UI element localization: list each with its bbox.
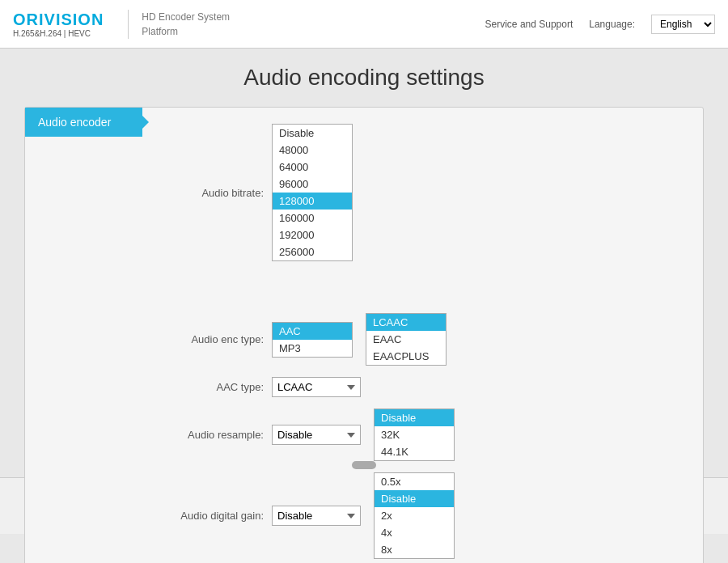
dropdown-enc-type[interactable]: AAC MP3 (272, 322, 353, 358)
select-aac-type[interactable]: LCAAC EAAC EAACPLUS (272, 377, 361, 397)
form-row-gain: Audio digital gain: Disable 0.5x 2x 4x 8… (159, 472, 687, 559)
label-audio-resample: Audio resample: (159, 429, 272, 441)
form-row-aac-type: AAC type: LCAAC EAAC EAACPLUS (159, 377, 687, 397)
language-select[interactable]: English Chinese (651, 15, 715, 34)
dd-bitrate-96000[interactable]: 96000 (273, 176, 352, 193)
label-audio-digital-gain: Audio digital gain: (159, 510, 272, 522)
form-row-resample: Audio resample: Disable 32K 44.1K Disabl… (159, 408, 687, 461)
dd-gain-disable[interactable]: Disable (375, 490, 454, 507)
scroll-indicator (352, 461, 376, 469)
dropdown-gain[interactable]: 0.5x Disable 2x 4x 8x (374, 472, 455, 559)
dd-resample-32k[interactable]: 32K (375, 426, 454, 443)
dd-aactype-eaac[interactable]: EAAC (366, 331, 446, 348)
header-title-line1: HD Encoder System (142, 10, 230, 24)
label-audio-bitrate: Audio bitrate: (159, 187, 272, 199)
header: ORIVISION H.265&H.264 | HEVC HD Encoder … (0, 0, 728, 49)
select-audio-gain[interactable]: Disable 0.5x 2x 4x 8x (272, 506, 361, 526)
dd-enctype-mp3[interactable]: MP3 (273, 340, 352, 357)
logo-sub: H.265&H.264 | HEVC (13, 29, 104, 38)
dd-gain-2x[interactable]: 2x (375, 507, 454, 524)
dd-bitrate-256000[interactable]: 256000 (273, 243, 352, 260)
dd-bitrate-disable[interactable]: Disable (273, 125, 352, 142)
dd-gain-05x[interactable]: 0.5x (375, 473, 454, 490)
dd-resample-disable[interactable]: Disable (375, 409, 454, 426)
dd-bitrate-192000[interactable]: 192000 (273, 226, 352, 243)
service-support-link[interactable]: Service and Support (485, 19, 574, 30)
dd-aactype-lcaac[interactable]: LCAAC (366, 314, 446, 331)
form-area: Audio bitrate: Disable 48000 64000 96000… (142, 108, 703, 563)
form-row-bitrate: Audio bitrate: Disable 48000 64000 96000… (159, 124, 687, 261)
language-label: Language: (589, 19, 635, 30)
dd-resample-441k[interactable]: 44.1K (375, 443, 454, 460)
dropdown-aac-type[interactable]: LCAAC EAAC EAACPLUS (366, 313, 447, 366)
header-right: Service and Support Language: English Ch… (485, 15, 715, 34)
dd-gain-4x[interactable]: 4x (375, 524, 454, 541)
header-title: HD Encoder System Platform (128, 10, 230, 39)
content-panel: Audio encoder Audio bitrate: Disable 480… (24, 107, 704, 563)
dd-bitrate-128000[interactable]: 128000 (273, 193, 352, 210)
sidebar-item-audio-encoder[interactable]: Audio encoder (25, 108, 142, 137)
main-content: Audio encoding settings Audio encoder Au… (0, 49, 728, 477)
dd-bitrate-160000[interactable]: 160000 (273, 210, 352, 226)
form-row-enc-type: Audio enc type: AAC MP3 LCAAC EAAC EAACP… (159, 313, 687, 366)
label-aac-type: AAC type: (159, 381, 272, 393)
dd-aactype-eaacplus[interactable]: EAACPLUS (366, 348, 446, 365)
header-title-line2: Platform (142, 24, 230, 39)
dropdown-resample[interactable]: Disable 32K 44.1K (374, 408, 455, 461)
label-audio-enc-type: Audio enc type: (159, 333, 272, 345)
dd-enctype-aac[interactable]: AAC (273, 323, 352, 340)
sidebar: Audio encoder (25, 108, 142, 563)
logo-main: ORIVISION (13, 11, 104, 29)
select-audio-resample[interactable]: Disable 32K 44.1K (272, 425, 361, 445)
dd-gain-8x[interactable]: 8x (375, 541, 454, 558)
page-title: Audio encoding settings (24, 65, 704, 91)
logo-area: ORIVISION H.265&H.264 | HEVC (13, 11, 104, 38)
dd-bitrate-64000[interactable]: 64000 (273, 159, 352, 176)
dropdown-bitrate[interactable]: Disable 48000 64000 96000 128000 160000 … (272, 124, 353, 261)
dd-bitrate-48000[interactable]: 48000 (273, 142, 352, 159)
